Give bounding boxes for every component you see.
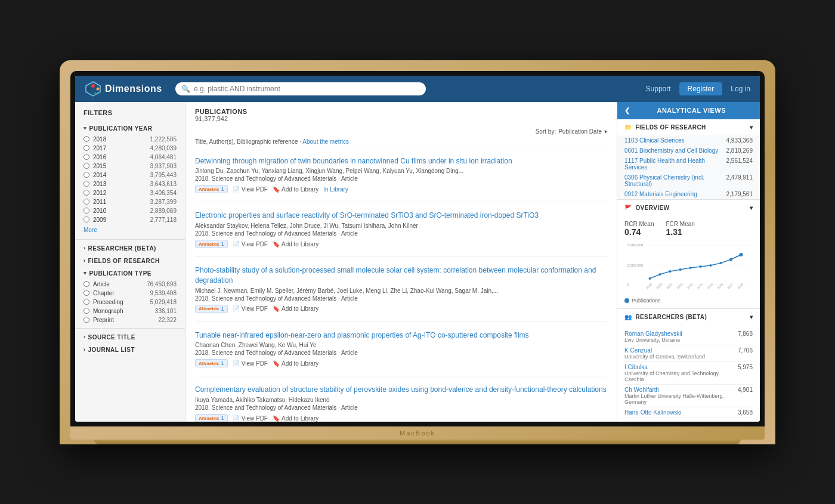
researcher-name-3[interactable]: I Cibulka [624, 364, 738, 370]
legend-dot [624, 298, 629, 303]
filter-type-monograph[interactable]: Monograph 336,101 [75, 307, 185, 316]
pdf-icon-2: 📄 [233, 241, 240, 248]
type-radio-proceeding[interactable] [84, 299, 89, 305]
type-radio-chapter[interactable] [84, 290, 89, 296]
dimensions-logo-icon [85, 81, 101, 97]
altmetric-value-3: 1 [221, 306, 224, 312]
support-link[interactable]: Support [646, 85, 671, 93]
collapse-panel-icon[interactable]: ❮ [624, 107, 630, 115]
filter-year-2014[interactable]: 2014 3,795,443 [75, 171, 185, 180]
filter-section-source-title[interactable]: › SOURCE TITLE [75, 331, 185, 344]
add-library-3[interactable]: 🔖 Add to Library [273, 305, 318, 312]
type-count-chapter: 9,539,408 [150, 290, 177, 296]
rcr-mean-label: RCR Mean [624, 221, 654, 227]
filter-section-fields[interactable]: › FIELDS OF RESEARCH [75, 255, 185, 267]
filter-year-2011[interactable]: 2011 3,287,399 [75, 197, 185, 206]
year-radio-2015[interactable] [84, 163, 89, 169]
for-label-1103[interactable]: 1103 Clinical Sciences [624, 137, 726, 144]
filter-section-researcher[interactable]: › RESEARCHER (BETA) [75, 242, 185, 255]
fcr-mean-value: 1.31 [666, 227, 694, 237]
filter-year-2017[interactable]: 2017 4,280,039 [75, 144, 185, 153]
pub-title-2[interactable]: Electronic properties and surface reacti… [195, 211, 607, 221]
register-button[interactable]: Register [679, 82, 723, 95]
view-pdf-4[interactable]: 📄 View PDF [233, 360, 268, 367]
add-library-5[interactable]: 🔖 Add to Library [273, 415, 318, 422]
year-radio-2009[interactable] [84, 217, 89, 222]
researcher-name-4[interactable]: Ch Wohifarth [624, 386, 738, 393]
year-radio-2013[interactable] [84, 181, 89, 187]
researcher-name-1[interactable]: Roman Gladyshevskii [624, 330, 738, 337]
flag-icon: 🚩 [624, 205, 632, 211]
pdf-icon-4: 📄 [233, 360, 240, 367]
pub-title-4[interactable]: Tunable near-infrared epsilon-near-zero … [195, 330, 607, 341]
filter-year-2016[interactable]: 2016 4,064,481 [75, 153, 185, 162]
altmetric-value-2: 1 [221, 241, 224, 247]
rcr-row: RCR Mean 0.74 FCR Mean 1.31 [624, 221, 753, 237]
fcr-mean-label: FCR Mean [666, 221, 694, 227]
view-pdf-3[interactable]: 📄 View PDF [233, 305, 268, 312]
year-radio-2017[interactable] [84, 145, 89, 151]
filter-type-preprint[interactable]: Preprint 22,322 [75, 316, 185, 324]
pub-title-5[interactable]: Complementary evaluation of structure st… [195, 385, 607, 395]
type-radio-monograph[interactable] [84, 308, 89, 314]
filter-section-journal-list[interactable]: › JOURNAL LIST [75, 344, 185, 356]
view-pdf-5[interactable]: 📄 View PDF [233, 415, 268, 422]
researcher-info-3: I Cibulka University of Chemistry and Te… [624, 364, 738, 382]
pub-title-3[interactable]: Photo-stability study of a solution-proc… [195, 265, 607, 286]
researchers-section-header[interactable]: 👥 RESEARCHERS (BETA) ▾ [617, 309, 760, 325]
sort-value[interactable]: Publication Date [558, 128, 602, 135]
filter-year-2009[interactable]: 2009 2,777,118 [75, 215, 185, 224]
pub-authors-2: Aleksandar Staykov, Helena Tellez, John … [195, 222, 607, 229]
add-library-1[interactable]: 🔖 Add to Library [273, 186, 318, 193]
for-count-0601: 2,810,269 [726, 147, 753, 154]
for-section-header[interactable]: 📁 FIELDS OF RESEARCH ▾ [617, 119, 760, 135]
type-radio-article[interactable] [84, 281, 89, 287]
login-link[interactable]: Log in [731, 85, 750, 93]
search-icon: 🔍 [181, 85, 190, 93]
for-label-0306[interactable]: 0306 Physical Chemistry (incl. Structura… [624, 174, 726, 187]
pub-type-header[interactable]: ▾ PUBLICATION TYPE [75, 267, 185, 280]
type-label-preprint: Preprint [93, 317, 154, 323]
svg-text:2010: 2010 [655, 282, 663, 289]
researcher-item-4: Ch Wohifarth Martin Luther University Ha… [624, 385, 753, 407]
view-pdf-1[interactable]: 📄 View PDF [233, 186, 268, 193]
filter-year-2012[interactable]: 2012 3,406,354 [75, 188, 185, 197]
for-label-0912[interactable]: 0912 Materials Engineering [624, 191, 726, 197]
overview-section-header[interactable]: 🚩 OVERVIEW ▾ [617, 200, 760, 216]
filter-year-2010[interactable]: 2010 2,889,069 [75, 206, 185, 215]
filter-year-2013[interactable]: 2013 3,643,613 [75, 180, 185, 188]
publications-header: PUBLICATIONS 91,377,942 [195, 108, 607, 122]
researcher-name-5[interactable]: Hans-Otto Kalinowski [624, 409, 738, 416]
researcher-count-3: 5,975 [738, 364, 753, 382]
year-radio-2010[interactable] [84, 208, 89, 214]
filter-type-article[interactable]: Article 76,450,693 [75, 280, 185, 289]
year-radio-2012[interactable] [84, 190, 89, 196]
search-bar[interactable]: 🔍 [175, 82, 426, 95]
view-pdf-2[interactable]: 📄 View PDF [233, 241, 268, 248]
type-radio-preprint[interactable] [84, 317, 89, 323]
add-library-2[interactable]: 🔖 Add to Library [273, 241, 318, 248]
filter-type-chapter[interactable]: Chapter 9,539,408 [75, 289, 185, 298]
for-label-1117[interactable]: 1117 Public Health and Health Services [624, 157, 726, 171]
altmetric-badge-4: Altmetric 1 [195, 359, 228, 367]
year-radio-2014[interactable] [84, 172, 89, 178]
filter-year-2015[interactable]: 2015 3,937,903 [75, 162, 185, 171]
researcher-name-2[interactable]: K Cenzual [624, 347, 738, 354]
pub-title-1[interactable]: Detwinning through migration of twin bou… [195, 156, 607, 166]
for-label-0601[interactable]: 0601 Biochemistry and Cell Biology [624, 147, 726, 154]
add-library-4[interactable]: 🔖 Add to Library [273, 360, 318, 367]
pdf-icon-1: 📄 [233, 186, 240, 193]
researcher-item-5: Hans-Otto Kalinowski 3,658 [624, 407, 753, 418]
year-radio-2016[interactable] [84, 154, 89, 160]
year-radio-2011[interactable] [84, 199, 89, 205]
filter-type-proceeding[interactable]: Proceeding 5,029,418 [75, 298, 185, 307]
altmetric-label-4: Altmetric [199, 361, 219, 366]
pub-journal-2: 2018, Science and Technology of Advanced… [195, 230, 607, 237]
filter-year-2018[interactable]: 2018 1,222,505 [75, 135, 185, 144]
more-years-link[interactable]: More [75, 224, 185, 236]
about-metrics-link[interactable]: About the metrics [302, 138, 349, 145]
year-radio-2018[interactable] [84, 136, 89, 142]
altmetric-badge-2: Altmetric 1 [195, 240, 228, 248]
search-input[interactable] [194, 85, 420, 93]
publication-year-header[interactable]: ▾ PUBLICATION YEAR [75, 122, 185, 135]
